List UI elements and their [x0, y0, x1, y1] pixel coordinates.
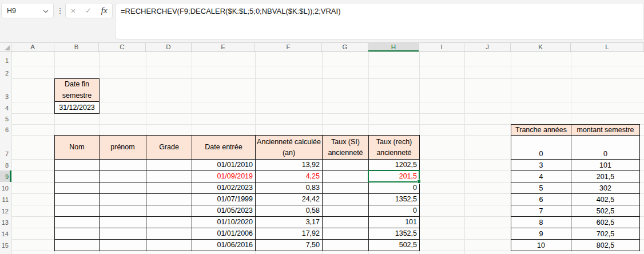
row-header-11[interactable]: 11	[0, 193, 11, 205]
cell-F12[interactable]: 0,58	[256, 205, 323, 217]
cell-C8[interactable]	[100, 160, 146, 171]
cell-E10[interactable]: 01/02/2023	[192, 182, 256, 194]
column-header-f[interactable]: F	[255, 43, 322, 51]
cell-B4-date-fin-value[interactable]: 31/12/2023	[54, 102, 100, 114]
cell-G10[interactable]	[323, 182, 369, 194]
cell-G15[interactable]	[323, 240, 369, 251]
cell-F10[interactable]: 0,83	[256, 182, 323, 194]
cell-E13[interactable]: 01/10/2020	[192, 217, 256, 228]
row-header-12[interactable]: 12	[0, 205, 11, 216]
cell-K7[interactable]: 0	[511, 136, 571, 160]
cell-K14[interactable]: 9	[511, 228, 571, 240]
cell-F8[interactable]: 13,92	[256, 160, 323, 171]
select-all-corner[interactable]	[0, 43, 11, 51]
cell-L11[interactable]: 402,5	[571, 194, 640, 205]
cell-K10[interactable]: 5	[511, 182, 571, 194]
cell-B14[interactable]	[55, 228, 100, 240]
cell-B3-date-fin-header[interactable]: Date fin semestre	[54, 78, 100, 102]
cell-C12[interactable]	[100, 205, 146, 217]
cell-D13[interactable]	[146, 217, 192, 228]
cell-L8[interactable]: 101	[571, 160, 640, 171]
column-header-g[interactable]: G	[322, 43, 368, 51]
column-header-a[interactable]: A	[11, 43, 54, 51]
cell-D14[interactable]	[146, 228, 192, 240]
cell-C14[interactable]	[100, 228, 146, 240]
name-box[interactable]: H9	[1, 3, 54, 18]
cell-C9[interactable]	[100, 171, 146, 182]
cell-D8[interactable]	[146, 160, 192, 171]
cell-D15[interactable]	[146, 240, 192, 251]
cell-K11[interactable]: 6	[511, 194, 571, 205]
header-cell-prenom[interactable]: prénom	[100, 136, 146, 160]
cell-C13[interactable]	[100, 217, 146, 228]
enter-icon[interactable]: ✓	[85, 6, 92, 15]
cell-C11[interactable]	[100, 194, 146, 205]
cell-B11[interactable]	[55, 194, 100, 205]
cell-G12[interactable]	[323, 205, 369, 217]
cell-C10[interactable]	[100, 182, 146, 194]
cell-B10[interactable]	[55, 182, 100, 194]
header-cell-tranche-annees[interactable]: Tranche années	[511, 125, 571, 136]
column-header-i[interactable]: I	[419, 43, 464, 51]
cell-C15[interactable]	[100, 240, 146, 251]
cell-H12[interactable]: 0	[369, 205, 420, 217]
cancel-icon[interactable]: ×	[70, 6, 75, 15]
cell-H13[interactable]: 101	[369, 217, 420, 228]
header-cell-taux-rech[interactable]: Taux (rech) ancienneté	[369, 136, 420, 160]
cell-H15[interactable]: 502,5	[369, 240, 420, 251]
column-header-d[interactable]: D	[146, 43, 192, 51]
cell-L9[interactable]: 201,5	[571, 171, 640, 182]
cell-E8[interactable]: 01/01/2010	[192, 160, 256, 171]
row-header-6[interactable]: 6	[0, 124, 11, 135]
cell-F11[interactable]: 24,42	[256, 194, 323, 205]
row-header-10[interactable]: 10	[0, 182, 11, 193]
fill-handle[interactable]	[417, 180, 421, 184]
row-header-2[interactable]: 2	[0, 66, 11, 78]
row-header-8[interactable]: 8	[0, 159, 11, 170]
insert-function-icon[interactable]: fx	[101, 6, 108, 15]
cell-G11[interactable]	[323, 194, 369, 205]
cell-F13[interactable]: 3,17	[256, 217, 323, 228]
cell-L10[interactable]: 302	[571, 182, 640, 194]
cell-B12[interactable]	[55, 205, 100, 217]
cell-F9[interactable]: 4,25	[256, 171, 323, 182]
cell-L7[interactable]: 0	[571, 136, 640, 160]
cell-G8[interactable]	[323, 160, 369, 171]
row-header-5[interactable]: 5	[0, 113, 11, 124]
header-cell-nom[interactable]: Nom	[55, 136, 100, 160]
row-header-14[interactable]: 14	[0, 228, 11, 239]
row-header-15[interactable]: 15	[0, 239, 11, 251]
cell-D10[interactable]	[146, 182, 192, 194]
column-header-e[interactable]: E	[192, 43, 255, 51]
column-header-b[interactable]: B	[54, 43, 99, 51]
more-options-icon[interactable]: ⋮	[57, 3, 63, 18]
cell-D9[interactable]	[146, 171, 192, 182]
cell-L12[interactable]: 502,5	[571, 205, 640, 217]
cell-E9[interactable]: 01/09/2019	[192, 171, 256, 182]
header-cell-date-entree[interactable]: Date entrée	[192, 136, 256, 160]
column-header-l[interactable]: L	[571, 43, 644, 51]
cell-D11[interactable]	[146, 194, 192, 205]
formula-input[interactable]: =RECHERCHEV(F9;DECALER($K:$L;5;0;NBVAL($…	[115, 3, 644, 39]
cell-H14[interactable]: 1352,5	[369, 228, 420, 240]
cell-G9[interactable]	[323, 171, 369, 182]
row-header-3[interactable]: 3	[0, 78, 11, 102]
row-header-13[interactable]: 13	[0, 216, 11, 228]
header-cell-montant-semestre[interactable]: montant semestre	[571, 125, 640, 136]
cell-E12[interactable]: 01/05/2023	[192, 205, 256, 217]
row-header-7[interactable]: 7	[0, 135, 11, 159]
row-header-1[interactable]: 1	[0, 52, 11, 66]
header-cell-anciennete-calculee[interactable]: Ancienneté calculée (an)	[256, 136, 323, 160]
row-header-4[interactable]: 4	[0, 102, 11, 113]
cell-D12[interactable]	[146, 205, 192, 217]
cell-E15[interactable]: 01/06/2016	[192, 240, 256, 251]
cell-K13[interactable]: 8	[511, 217, 571, 228]
cell-B8[interactable]	[55, 160, 100, 171]
cell-K8[interactable]: 3	[511, 160, 571, 171]
cell-B13[interactable]	[55, 217, 100, 228]
cell-L15[interactable]: 802,5	[571, 240, 640, 251]
cell-G13[interactable]	[323, 217, 369, 228]
cell-B15[interactable]	[55, 240, 100, 251]
column-header-k[interactable]: K	[511, 43, 571, 51]
cell-B9[interactable]	[55, 171, 100, 182]
